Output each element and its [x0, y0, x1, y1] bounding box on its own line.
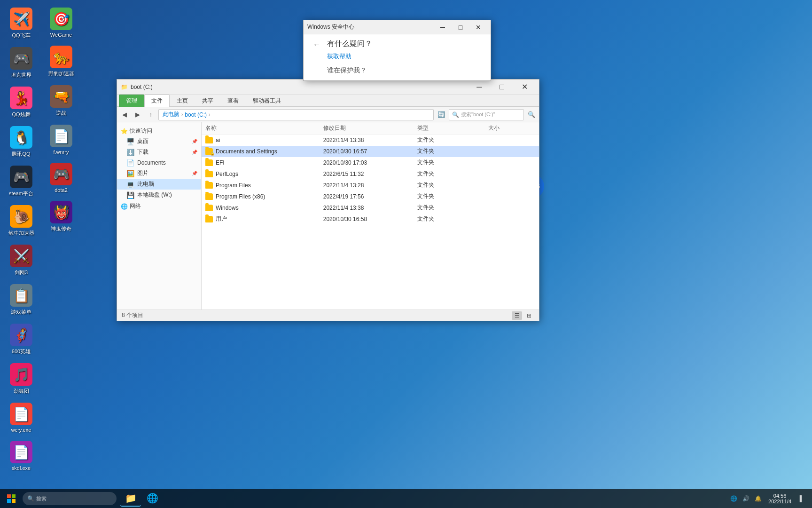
file-type-ai: 文件夹: [417, 136, 488, 144]
network-header[interactable]: 🌐 网络: [117, 200, 201, 211]
file-label-windows: Windows: [216, 205, 239, 211]
file-type-efi: 文件夹: [417, 159, 488, 167]
nav-item-downloads[interactable]: ⬇️ 下载 📌: [117, 147, 201, 158]
desktop-icon-fwnrry[interactable]: 📄 f.wnrry: [42, 122, 80, 158]
desktop-icon-sword3[interactable]: ⚔️ 剑网3: [2, 242, 40, 279]
col-header-type[interactable]: 类型: [417, 124, 488, 132]
desktop-icon-dance2[interactable]: 🎵 劲舞团: [2, 360, 40, 397]
file-name-efi: EFI: [205, 159, 323, 166]
search-box[interactable]: 🔍 搜索"boot (C:)": [449, 109, 524, 120]
desktop-icon-reverse[interactable]: 🔫 逆战: [42, 82, 80, 119]
icon-label: dota2: [55, 187, 68, 193]
svg-rect-3: [12, 499, 16, 503]
desktop-icon-wild[interactable]: 🐆 野豹加速器: [42, 43, 80, 80]
desktop-icon-game-menu[interactable]: 📋 游戏菜单: [2, 281, 40, 318]
folder-icon-ai: [205, 137, 213, 143]
file-date-pf: 2022/11/4 13:28: [323, 182, 418, 189]
desktop-icon-qq-plane[interactable]: ✈️ QQ飞车: [2, 5, 40, 42]
desktop-icon-hero600[interactable]: 🦸 600英雄: [2, 321, 40, 358]
taskbar-notification-icon[interactable]: 🔔: [753, 494, 763, 503]
security-maximize-button[interactable]: □: [452, 21, 469, 33]
explorer-close-button[interactable]: ✕: [514, 80, 535, 94]
tab-view[interactable]: 查看: [220, 95, 246, 107]
file-row-users[interactable]: 用户 2020/10/30 16:58 文件夹: [202, 214, 539, 225]
tab-main[interactable]: 主页: [170, 95, 195, 107]
file-date-pf-x86: 2022/4/19 17:56: [323, 193, 418, 200]
nav-pictures-label: 图片: [137, 169, 148, 177]
tab-drive-tools[interactable]: 驱动器工具: [246, 95, 288, 107]
icon-label: wcry.exe: [11, 427, 31, 433]
desktop-icon-wegame[interactable]: 🎯 WeGame: [42, 5, 80, 40]
desktop-icon-wcry[interactable]: 📄 wcry.exe: [2, 400, 40, 436]
taskbar-right: 🌐 🔊 🔔 04:56 2022/11/4 ▌: [729, 493, 810, 504]
desktop-icon-tank[interactable]: 🎮 坦克世界: [2, 44, 40, 81]
col-header-size[interactable]: 大小: [488, 124, 535, 132]
explorer-maximize-button[interactable]: □: [491, 80, 513, 94]
file-label-efi: EFI: [216, 159, 225, 166]
pin-icon3: 📌: [192, 171, 197, 176]
forward-button[interactable]: ▶: [132, 109, 143, 120]
breadcrumb-this-pc[interactable]: 此电脑: [163, 111, 180, 119]
desktop-icon-tencent-qq[interactable]: 🐧 腾讯QQ: [2, 123, 40, 160]
desktop-icon-steam[interactable]: 🎮 steam平台: [2, 163, 40, 200]
col-header-date[interactable]: 修改日期: [323, 124, 418, 132]
file-row-docs-settings[interactable]: Documents and Settings 2020/10/30 16:57 …: [202, 146, 539, 157]
breadcrumb-boot[interactable]: boot (C:): [185, 111, 207, 118]
explorer-titlebar: 📁 boot (C:) ─ □ ✕: [117, 79, 539, 95]
quick-access-icon: ⭐: [121, 128, 128, 135]
nav-item-this-pc[interactable]: 💻 此电脑: [117, 179, 201, 190]
taskbar-items: 📁 🌐: [120, 491, 163, 507]
folder-icon-perflogs: [205, 171, 213, 177]
col-header-name[interactable]: 名称: [205, 124, 323, 132]
security-back-button[interactable]: ←: [311, 39, 322, 50]
file-row-program-files[interactable]: Program Files 2022/11/4 13:28 文件夹: [202, 180, 539, 191]
folder-icon-pf-x86: [205, 193, 213, 200]
nav-item-documents[interactable]: 📄 Documents: [117, 158, 201, 168]
file-row-windows[interactable]: Windows 2022/11/4 13:38 文件夹: [202, 202, 539, 214]
nav-item-pictures[interactable]: 🖼️ 图片 📌: [117, 168, 201, 179]
tab-file[interactable]: 文件: [144, 95, 170, 107]
file-type-users: 文件夹: [417, 215, 488, 223]
security-close-button[interactable]: ✕: [470, 21, 487, 33]
desktop-icon-skdl[interactable]: 📄 skdl.exe: [2, 438, 40, 474]
back-button[interactable]: ◀: [119, 109, 130, 120]
security-minimize-button[interactable]: ─: [434, 21, 451, 33]
desktop-icon-dota2[interactable]: 🎮 dota2: [42, 160, 80, 196]
grid-view-button[interactable]: ⊞: [524, 311, 534, 320]
list-view-button[interactable]: ☰: [512, 311, 522, 320]
desktop-icon-qq-dance[interactable]: 💃 QQ炫舞: [2, 84, 40, 121]
tab-share[interactable]: 共享: [195, 95, 220, 107]
this-pc-icon: 💻: [126, 181, 134, 188]
taskbar-item-edge[interactable]: 🌐: [142, 491, 163, 507]
tab-manage[interactable]: 管理: [119, 95, 144, 107]
nav-pane: ⭐ 快速访问 🖥️ 桌面 📌 ⬇️ 下载 📌 📄 Documents 🖼️ 图片…: [117, 122, 202, 310]
taskbar-item-explorer[interactable]: 📁: [120, 491, 141, 507]
file-list-header: 名称 修改日期 类型 大小: [202, 122, 539, 135]
taskbar-clock[interactable]: 04:56 2022/11/4: [765, 493, 794, 504]
taskbar-network-icon[interactable]: 🌐: [729, 494, 738, 503]
file-list: 名称 修改日期 类型 大小 ai 2022/11/4 13:38 文件夹 Doc…: [202, 122, 539, 310]
security-help-link[interactable]: 获取帮助: [327, 53, 351, 60]
icon-label: 神鬼传奇: [51, 225, 71, 232]
file-date-perflogs: 2022/6/15 11:32: [323, 171, 418, 177]
taskbar-search[interactable]: 🔍 搜索: [23, 492, 117, 505]
address-path[interactable]: 此电脑 › boot (C:) ›: [158, 109, 434, 120]
file-row-efi[interactable]: EFI 2020/10/30 17:03 文件夹: [202, 157, 539, 168]
file-row-ai[interactable]: ai 2022/11/4 13:38 文件夹: [202, 135, 539, 146]
nav-item-local-w[interactable]: 💾 本地磁盘 (W:): [117, 190, 201, 200]
search-submit-button[interactable]: 🔍: [526, 109, 537, 120]
file-row-program-files-x86[interactable]: Program Files (x86) 2022/4/19 17:56 文件夹: [202, 191, 539, 202]
refresh-button[interactable]: 🔄: [436, 109, 447, 120]
file-row-perflogs[interactable]: PerfLogs 2022/6/15 11:32 文件夹: [202, 168, 539, 180]
taskbar-volume-icon[interactable]: 🔊: [741, 494, 750, 503]
quick-access-header[interactable]: ⭐ 快速访问: [117, 125, 201, 136]
taskbar-show-desktop-button[interactable]: ▌: [797, 494, 806, 503]
explorer-minimize-button[interactable]: ─: [468, 80, 490, 94]
nav-item-desktop[interactable]: 🖥️ 桌面 📌: [117, 136, 201, 147]
search-icon: 🔍: [452, 111, 459, 118]
start-button[interactable]: [2, 491, 21, 506]
file-name-docs-settings: Documents and Settings: [205, 148, 323, 155]
desktop-icon-snail[interactable]: 🐌 鲸牛加速器: [2, 202, 40, 239]
desktop-icon-demon[interactable]: 👹 神鬼传奇: [42, 198, 80, 235]
up-button[interactable]: ↑: [145, 109, 156, 120]
